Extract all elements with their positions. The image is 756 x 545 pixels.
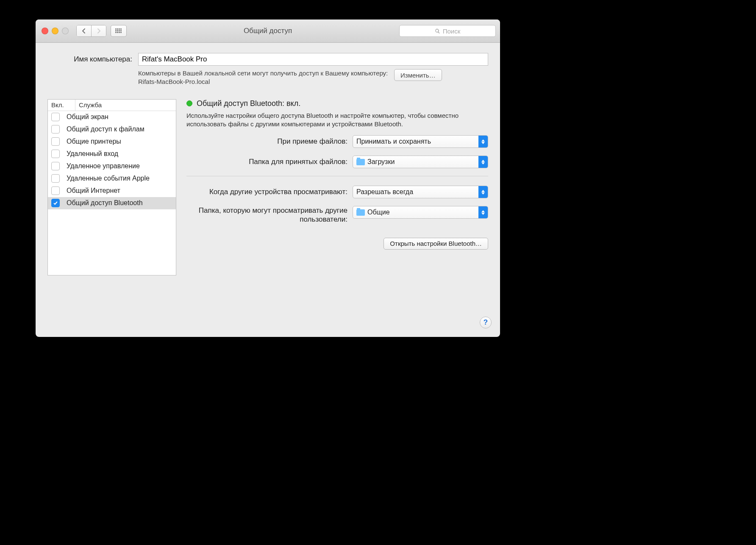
back-button[interactable] — [77, 25, 91, 36]
search-field[interactable]: Поиск — [399, 25, 496, 37]
table-header: Вкл. Служба — [48, 100, 176, 111]
service-row[interactable]: Удаленный вход — [48, 148, 176, 160]
window-controls — [42, 28, 69, 34]
forward-button — [91, 25, 106, 36]
service-row[interactable]: Удаленное управление — [48, 160, 176, 172]
computer-name-desc-row: Компьютеры в Вашей локальной сети могут … — [47, 69, 488, 86]
grid-icon — [115, 28, 122, 33]
status-line: Общий доступ Bluetooth: вкл. — [186, 99, 488, 108]
service-name: Общий Интернет — [67, 187, 120, 195]
popup-arrows-icon — [478, 186, 488, 198]
computer-name-row: Имя компьютера: — [47, 53, 488, 66]
status-dot-icon — [186, 100, 192, 106]
service-row[interactable]: Общий Интернет — [48, 185, 176, 197]
col-service: Служба — [75, 100, 102, 111]
receive-action-row: При приеме файлов: Принимать и сохранять — [186, 135, 488, 148]
service-row[interactable]: Удаленные события Apple — [48, 172, 176, 185]
service-checkbox[interactable] — [51, 174, 60, 183]
main-area: Вкл. Служба Общий экранОбщий доступ к фа… — [47, 99, 488, 275]
service-name: Общий доступ Bluetooth — [67, 199, 143, 207]
open-bluetooth-button[interactable]: Открыть настройки Bluetooth… — [384, 238, 488, 250]
show-all-button[interactable] — [111, 25, 127, 37]
computer-name-field[interactable] — [138, 53, 488, 66]
folder-icon — [356, 159, 365, 165]
service-checkbox[interactable] — [51, 125, 60, 133]
detail-pane: Общий доступ Bluetooth: вкл. Используйте… — [186, 99, 488, 250]
chevron-left-icon — [82, 28, 86, 33]
toolbar: Общий доступ Поиск — [36, 19, 500, 43]
open-bluetooth-row: Открыть настройки Bluetooth… — [186, 238, 488, 250]
service-checkbox[interactable] — [51, 199, 60, 207]
service-name: Общий экран — [67, 113, 108, 121]
chevron-right-icon — [97, 28, 101, 33]
computer-name-description: Компьютеры в Вашей локальной сети могут … — [138, 69, 388, 86]
receive-action-label: При приеме файлов: — [186, 137, 347, 146]
zoom-window-button — [62, 28, 69, 34]
service-checkbox[interactable] — [51, 186, 60, 195]
separator — [186, 176, 488, 176]
service-checkbox[interactable] — [51, 113, 60, 121]
popup-arrows-icon — [478, 156, 488, 168]
service-row[interactable]: Общие принтеры — [48, 136, 176, 148]
receive-folder-row: Папка для принятых файлов: Загрузки — [186, 156, 488, 168]
computer-name-label: Имя компьютера: — [47, 55, 132, 64]
browse-action-popup[interactable]: Разрешать всегда — [353, 186, 488, 198]
service-checkbox[interactable] — [51, 137, 60, 146]
browse-folder-popup[interactable]: Общие — [353, 206, 488, 219]
services-table: Вкл. Служба Общий экранОбщий доступ к фа… — [47, 99, 176, 275]
minimize-window-button[interactable] — [52, 28, 58, 34]
service-row[interactable]: Общий доступ Bluetooth — [48, 197, 176, 209]
search-icon — [435, 28, 440, 34]
receive-folder-label: Папка для принятых файлов: — [186, 157, 347, 166]
service-checkbox[interactable] — [51, 150, 60, 158]
service-row[interactable]: Общий экран — [48, 111, 176, 123]
nav-back-forward — [76, 25, 106, 37]
browse-folder-row: Папка, которую могут просматривать други… — [186, 206, 488, 224]
close-window-button[interactable] — [42, 28, 48, 34]
edit-hostname-button[interactable]: Изменить… — [394, 69, 442, 81]
folder-icon — [356, 209, 365, 216]
service-row[interactable]: Общий доступ к файлам — [48, 123, 176, 136]
table-body: Общий экранОбщий доступ к файламОбщие пр… — [48, 111, 176, 209]
prefpane-body: Имя компьютера: Компьютеры в Вашей локал… — [36, 43, 500, 337]
search-placeholder: Поиск — [443, 28, 461, 35]
receive-action-value: Принимать и сохранять — [356, 138, 431, 145]
browse-action-value: Разрешать всегда — [356, 188, 413, 196]
receive-folder-value: Загрузки — [367, 158, 395, 166]
receive-folder-popup[interactable]: Загрузки — [353, 156, 488, 168]
receive-action-popup[interactable]: Принимать и сохранять — [353, 135, 488, 148]
detail-description: Используйте настройки общего доступа Blu… — [186, 111, 488, 129]
browse-action-row: Когда другие устройства просматривают: Р… — [186, 186, 488, 198]
help-button[interactable]: ? — [480, 317, 492, 328]
col-on: Вкл. — [48, 100, 75, 111]
service-name: Удаленное управление — [67, 162, 140, 170]
service-name: Удаленный вход — [67, 150, 118, 158]
browse-action-label: Когда другие устройства просматривают: — [186, 187, 347, 196]
popup-arrows-icon — [478, 136, 488, 147]
service-name: Общие принтеры — [67, 138, 121, 145]
sharing-prefpane-window: Общий доступ Поиск Имя компьютера: Компь… — [36, 19, 500, 337]
status-text: Общий доступ Bluetooth: вкл. — [197, 99, 300, 108]
service-checkbox[interactable] — [51, 162, 60, 170]
service-name: Общий доступ к файлам — [67, 125, 145, 133]
popup-arrows-icon — [478, 206, 488, 218]
service-name: Удаленные события Apple — [67, 175, 150, 182]
browse-folder-value: Общие — [367, 209, 390, 216]
browse-folder-label: Папка, которую могут просматривать други… — [186, 206, 347, 224]
